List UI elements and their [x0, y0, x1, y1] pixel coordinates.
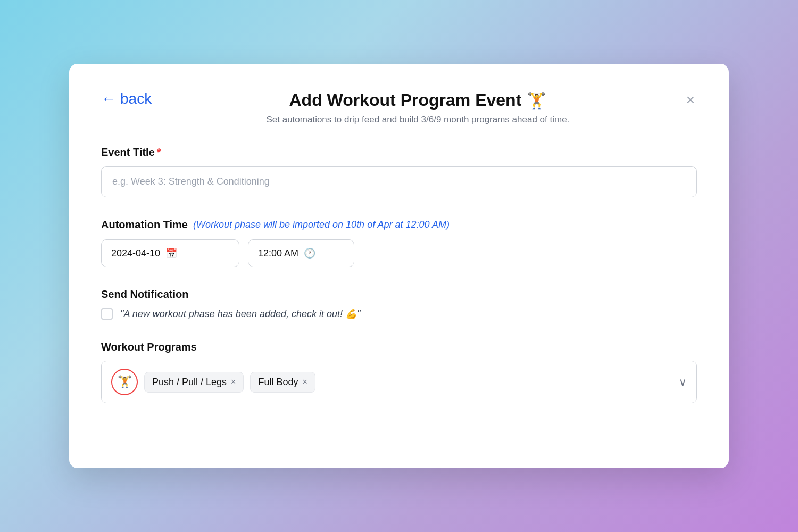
date-picker[interactable]: 2024-04-10 📅 — [101, 239, 239, 267]
tag-push-pull-legs: Push / Pull / Legs × — [144, 372, 244, 393]
calendar-icon: 📅 — [165, 247, 177, 259]
tag-full-body-remove[interactable]: × — [302, 378, 307, 386]
tag-full-body: Full Body × — [250, 372, 315, 393]
notification-label: Send Notification — [101, 288, 697, 301]
notification-message: "A new workout phase has been added, che… — [120, 308, 360, 320]
automation-time-label: Automation Time (Workout phase will be i… — [101, 219, 697, 231]
clock-icon: 🕐 — [304, 247, 315, 259]
notification-row: "A new workout phase has been added, che… — [101, 308, 697, 320]
modal-subtitle: Set automations to drip feed and build 3… — [152, 114, 684, 125]
datetime-row: 2024-04-10 📅 12:00 AM 🕐 — [101, 239, 697, 267]
workout-programs-section: Workout Programs 🏋 Push / Pull / Legs × … — [101, 341, 697, 403]
tag-push-pull-legs-label: Push / Pull / Legs — [152, 377, 227, 388]
close-button[interactable]: × — [684, 90, 697, 110]
modal-header: ← back Add Workout Program Event 🏋 Set a… — [101, 90, 697, 125]
automation-note: (Workout phase will be imported on 10th … — [193, 219, 450, 230]
add-workout-modal: ← back Add Workout Program Event 🏋 Set a… — [69, 64, 729, 468]
event-title-section: Event Title * — [101, 146, 697, 197]
back-button[interactable]: ← back — [101, 90, 152, 107]
dropdown-chevron-icon: ∨ — [679, 376, 687, 388]
modal-title-area: Add Workout Program Event 🏋 Set automati… — [152, 90, 684, 125]
modal-title: Add Workout Program Event 🏋 — [152, 90, 684, 110]
date-value: 2024-04-10 — [111, 248, 160, 259]
event-title-input[interactable] — [101, 166, 697, 197]
notification-section: Send Notification "A new workout phase h… — [101, 288, 697, 320]
tag-full-body-label: Full Body — [258, 377, 298, 388]
event-title-label: Event Title * — [101, 146, 697, 159]
workout-programs-label: Workout Programs — [101, 341, 697, 353]
workout-icon-circle: 🏋 — [111, 369, 138, 395]
required-indicator: * — [157, 146, 161, 159]
workout-dumbbell-icon: 🏋 — [118, 375, 132, 389]
close-icon: × — [686, 92, 695, 108]
time-value: 12:00 AM — [258, 248, 298, 259]
automation-time-section: Automation Time (Workout phase will be i… — [101, 219, 697, 267]
modal-title-text: Add Workout Program Event — [289, 90, 522, 110]
tag-push-pull-legs-remove[interactable]: × — [231, 378, 236, 386]
back-arrow-icon: ← — [101, 90, 116, 107]
dumbbell-icon: 🏋 — [527, 91, 546, 110]
back-label: back — [120, 90, 152, 107]
notification-checkbox[interactable] — [101, 308, 113, 320]
time-picker[interactable]: 12:00 AM 🕐 — [248, 239, 354, 267]
workout-programs-dropdown[interactable]: 🏋 Push / Pull / Legs × Full Body × ∨ — [101, 361, 697, 403]
